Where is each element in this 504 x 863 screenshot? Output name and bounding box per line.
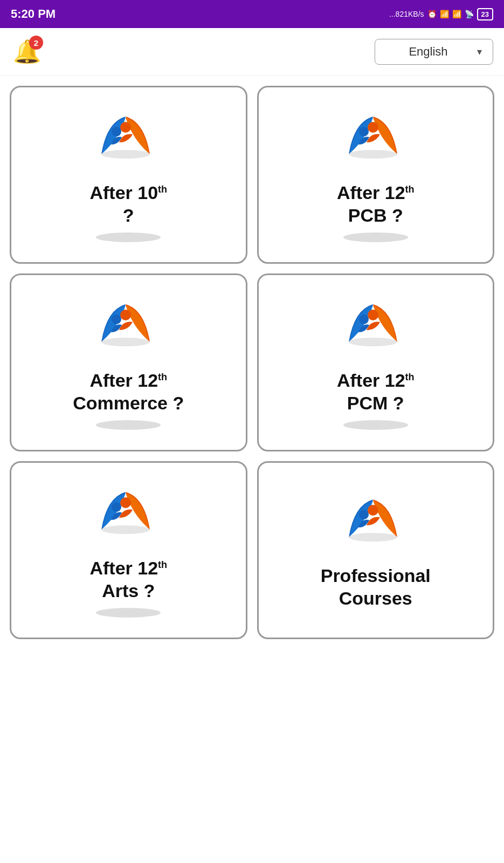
network-speed: ...821KB/s: [389, 10, 424, 18]
card-after-12th-arts[interactable]: After 12th Arts ?: [10, 461, 247, 639]
card-logo: [85, 481, 171, 551]
svg-point-3: [349, 150, 397, 159]
card-title: After 12th Arts ?: [89, 557, 167, 602]
card-logo: [333, 293, 419, 364]
header: 🔔 2 English ▾: [0, 28, 504, 76]
status-bar: 5:20 PM ...821KB/s ⏰ 📶 📶 📡 23: [0, 0, 504, 28]
card-logo: [333, 106, 419, 176]
card-logo: [333, 489, 419, 559]
status-icons: ...821KB/s ⏰ 📶 📶 📡 23: [389, 8, 493, 20]
card-after-12th-commerce[interactable]: After 12th Commerce ?: [10, 273, 247, 451]
svg-point-17: [368, 505, 378, 516]
svg-point-8: [120, 310, 131, 320]
card-shadow: [96, 232, 161, 242]
svg-point-7: [112, 314, 121, 324]
notification-badge: 2: [29, 36, 43, 50]
card-logo: [85, 293, 171, 364]
language-selector[interactable]: English ▾: [375, 39, 493, 65]
card-shadow: [96, 420, 161, 430]
svg-point-1: [112, 127, 121, 136]
svg-point-9: [349, 338, 397, 346]
card-after-12th-pcb[interactable]: After 12th PCB ?: [257, 86, 495, 264]
svg-point-10: [359, 314, 369, 324]
card-shadow: [343, 420, 408, 430]
svg-point-13: [112, 502, 121, 512]
card-title: After 12th PCB ?: [337, 181, 415, 227]
svg-point-2: [120, 122, 131, 133]
clock-icon: ⏰: [427, 10, 437, 18]
svg-point-0: [101, 150, 150, 159]
card-title: After 10th ?: [89, 181, 167, 227]
status-time: 5:20 PM: [11, 7, 56, 21]
wifi-icon: 📡: [465, 10, 474, 18]
lte-signal-1: 📶: [440, 10, 449, 18]
svg-point-14: [120, 497, 131, 508]
card-professional-courses[interactable]: ProfessionalCourses: [257, 461, 495, 639]
svg-point-6: [101, 338, 150, 346]
card-title: After 12th Commerce ?: [73, 369, 184, 415]
card-after-10th[interactable]: After 10th ?: [10, 86, 247, 264]
svg-point-4: [359, 127, 369, 136]
lte-signal-2: 📶: [452, 10, 461, 18]
card-after-12th-pcm[interactable]: After 12th PCM ?: [257, 273, 495, 451]
language-label: English: [386, 45, 471, 59]
card-shadow: [96, 608, 161, 618]
svg-point-5: [368, 122, 378, 133]
svg-point-16: [359, 510, 369, 519]
card-title: After 12th PCM ?: [337, 369, 415, 415]
card-title: ProfessionalCourses: [321, 564, 431, 610]
cards-grid: After 10th ? After 12th: [0, 76, 504, 649]
chevron-down-icon: ▾: [477, 46, 482, 58]
card-shadow: [343, 232, 408, 242]
notification-bell[interactable]: 🔔 2: [11, 36, 43, 68]
svg-point-12: [101, 525, 150, 534]
card-logo: [85, 106, 171, 176]
battery-indicator: 23: [477, 8, 493, 20]
svg-point-11: [368, 310, 378, 320]
svg-point-15: [349, 533, 397, 542]
